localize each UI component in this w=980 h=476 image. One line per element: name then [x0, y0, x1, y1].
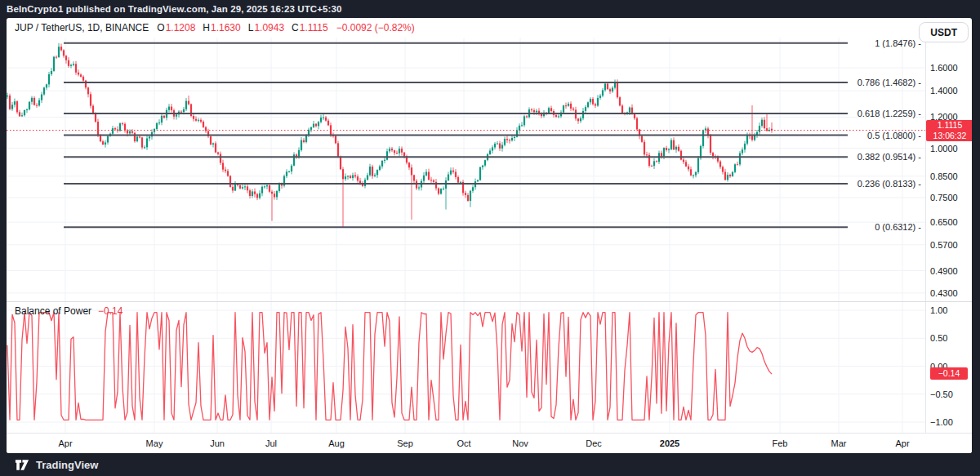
candle-body: [146, 138, 148, 147]
candle-body: [158, 122, 160, 123]
candle-body: [180, 112, 182, 113]
candle-body: [298, 150, 300, 157]
currency-button[interactable]: USDT: [919, 22, 969, 42]
candle-body: [465, 193, 466, 195]
candle-body: [364, 180, 366, 186]
candle-body: [291, 166, 292, 171]
indicator-tick-label: −0.50: [930, 389, 953, 399]
candle-body: [95, 113, 96, 122]
candle-body: [394, 150, 395, 153]
symbol-name[interactable]: JUP / TetherUS, 1D, BINANCE: [15, 22, 149, 33]
candle-body: [144, 147, 145, 148]
candle-body: [497, 144, 498, 145]
candle-body: [712, 153, 714, 156]
candle-body: [631, 108, 633, 113]
candle-body: [470, 191, 471, 201]
candle-body: [408, 162, 410, 167]
symbol-legend: JUP / TetherUS, 1D, BINANCE O1.1208H1.16…: [15, 18, 415, 38]
candle-body: [310, 127, 312, 130]
candle-body: [327, 121, 329, 126]
candle-body: [114, 128, 116, 129]
candle-body: [220, 154, 221, 163]
indicator-title[interactable]: Balance of Power: [15, 305, 91, 317]
candle-body: [335, 136, 336, 143]
candle-body: [683, 160, 684, 162]
bar-countdown: 13:06:32: [926, 131, 972, 141]
candle-body: [519, 126, 520, 131]
candle-body: [60, 47, 62, 50]
ohlc-field: L1.0943: [248, 22, 284, 33]
tradingview-logo-icon[interactable]: [15, 459, 29, 471]
candle-body: [744, 144, 746, 149]
candle-body: [572, 109, 574, 109]
candle-body: [722, 167, 724, 172]
candle-body: [325, 118, 327, 121]
attribution-text: BeInCrypto1 published on TradingView.com…: [7, 4, 342, 14]
candle-body: [70, 65, 72, 66]
time-tick-label: Sep: [397, 438, 413, 448]
candle-body: [568, 104, 569, 106]
candle-body: [680, 151, 682, 160]
price-tick-label: 0.4900: [930, 266, 958, 276]
time-tick-label: May: [146, 438, 163, 448]
candle-body: [171, 107, 172, 110]
candle-body: [234, 185, 236, 191]
candle-body: [200, 120, 202, 122]
candle-body: [63, 51, 65, 56]
price-tick-label: 0.7500: [930, 193, 958, 202]
brand-name[interactable]: TradingView: [36, 459, 98, 471]
candle-body: [678, 147, 679, 151]
candle-body: [389, 149, 390, 151]
candle-body: [595, 105, 596, 106]
candle-body: [732, 172, 733, 176]
candle-body: [457, 177, 459, 183]
candle-body: [337, 143, 339, 157]
ohlc-field-value: 1.1208: [166, 22, 196, 33]
candle-body: [386, 151, 388, 159]
candle-body: [217, 153, 219, 154]
candle-body: [697, 158, 699, 172]
ohlc-field-label: C: [292, 22, 299, 33]
candle-body: [448, 175, 449, 180]
chart-card: JUP / TetherUS, 1D, BINANCE O1.1208H1.16…: [7, 18, 972, 453]
candle-body: [92, 106, 94, 113]
candle-body: [582, 111, 584, 118]
candle-body: [641, 136, 643, 141]
pane-separator[interactable]: [7, 301, 972, 302]
candle-body: [82, 77, 84, 81]
candle-body: [536, 111, 537, 113]
candle-body: [269, 185, 270, 192]
time-axis[interactable]: AprMayJunJulAugSepOctNovDec2025FebMarApr: [7, 433, 972, 453]
candle-body: [511, 138, 513, 140]
candle-body: [521, 125, 523, 126]
candle-body: [78, 73, 79, 75]
candle-body: [690, 169, 692, 175]
candle-body: [621, 105, 623, 113]
candle-body: [16, 101, 18, 112]
candle-body: [352, 176, 354, 179]
candle-body: [43, 87, 45, 94]
candle-body: [73, 64, 74, 65]
candle-body: [399, 149, 400, 153]
candle-body: [484, 160, 486, 166]
candle-body: [100, 136, 101, 141]
price-tick-label: 1.4000: [930, 86, 958, 96]
candle-body: [379, 167, 381, 170]
candle-body: [506, 139, 508, 140]
candle-body: [710, 136, 711, 153]
candle-body: [514, 137, 515, 138]
candle-body: [188, 101, 189, 105]
candle-body: [320, 118, 322, 122]
candle-body: [443, 189, 444, 189]
candle-body: [646, 154, 648, 155]
time-tick-label: Mar: [831, 438, 847, 448]
candle-body: [644, 142, 645, 155]
candle-body: [617, 82, 618, 97]
candle-body: [354, 176, 356, 177]
candle-body: [430, 180, 432, 180]
time-tick-label: 2025: [660, 438, 679, 448]
candle-body: [7, 96, 8, 96]
chart-canvas[interactable]: [7, 38, 925, 433]
indicator-value: −0.14: [98, 305, 122, 317]
candle-body: [75, 64, 77, 73]
